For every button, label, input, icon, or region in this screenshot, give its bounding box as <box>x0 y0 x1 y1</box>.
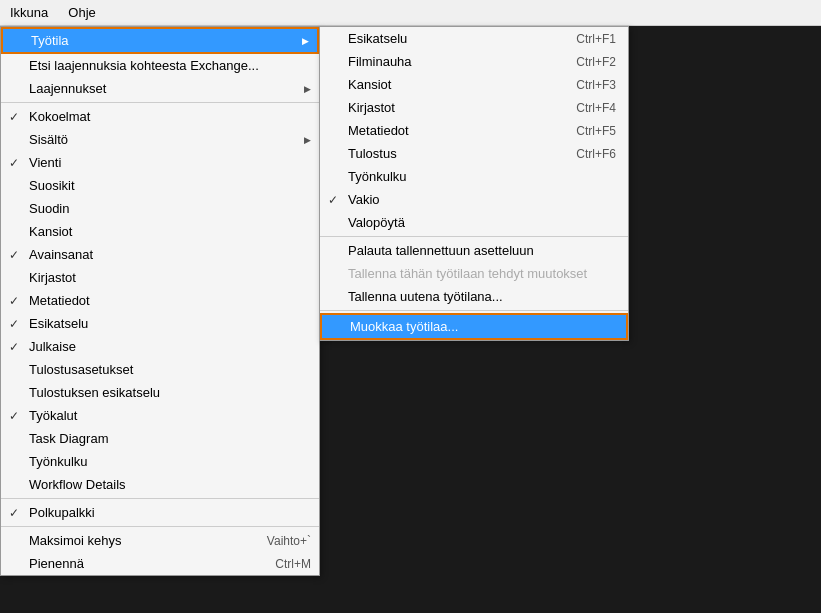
primary-menu-item-11[interactable]: ✓Metatiedot <box>1 289 319 312</box>
primary-menu-item-5[interactable]: ✓Vienti <box>1 151 319 174</box>
secondary-menu-item-3[interactable]: KirjastotCtrl+F4 <box>320 96 628 119</box>
menu-item-label: Pienennä <box>29 556 255 571</box>
menu-item-label: Esikatselu <box>29 316 311 331</box>
primary-menu-item-15[interactable]: Tulostuksen esikatselu <box>1 381 319 404</box>
secondary-menu-item-7[interactable]: ✓Vakio <box>320 188 628 211</box>
secondary-menu-item-label: Tallenna tähän työtilaan tehdyt muutokse… <box>348 266 616 281</box>
secondary-menu-item-label: Tallenna uutena työtilana... <box>348 289 616 304</box>
menu-item-shortcut: Vaihto+` <box>267 534 311 548</box>
secondary-menu-item-label: Muokkaa työtilaa... <box>350 319 614 334</box>
primary-menu-item-18[interactable]: Työnkulku <box>1 450 319 473</box>
secondary-menu-item-label: Esikatselu <box>348 31 556 46</box>
primary-menu-item-6[interactable]: Suosikit <box>1 174 319 197</box>
menu-item-label: Polkupalkki <box>29 505 311 520</box>
primary-menu-item-12[interactable]: ✓Esikatselu <box>1 312 319 335</box>
menu-item-label: Kokoelmat <box>29 109 311 124</box>
menu-item-label: Vienti <box>29 155 311 170</box>
secondary-menu-item-shortcut: Ctrl+F2 <box>576 55 616 69</box>
menu-separator <box>1 102 319 103</box>
secondary-menu-item-label: Valopöytä <box>348 215 616 230</box>
menubar-item-ikkuna[interactable]: Ikkuna <box>0 0 58 25</box>
primary-menu-item-17[interactable]: Task Diagram <box>1 427 319 450</box>
menu-item-label: Laajennukset <box>29 81 311 96</box>
secondary-menu-item-shortcut: Ctrl+F1 <box>576 32 616 46</box>
secondary-menu-item-label: Vakio <box>348 192 616 207</box>
primary-menu-item-20[interactable]: ✓Polkupalkki <box>1 501 319 524</box>
secondary-menu-item-shortcut: Ctrl+F3 <box>576 78 616 92</box>
primary-menu-item-16[interactable]: ✓Työkalut <box>1 404 319 427</box>
menu-separator <box>1 498 319 499</box>
menu-item-label: Metatiedot <box>29 293 311 308</box>
menu-item-label: Työtila <box>31 33 309 48</box>
secondary-menu-item-label: Tulostus <box>348 146 556 161</box>
secondary-menu-item-12[interactable]: Muokkaa työtilaa... <box>320 313 628 340</box>
menu-item-label: Task Diagram <box>29 431 311 446</box>
primary-menu-item-3[interactable]: ✓Kokoelmat <box>1 105 319 128</box>
menu-item-label: Työnkulku <box>29 454 311 469</box>
menu-item-label: Julkaise <box>29 339 311 354</box>
secondary-menu-separator <box>320 236 628 237</box>
primary-menu-item-0[interactable]: Työtila <box>1 27 319 54</box>
menu-separator <box>1 526 319 527</box>
secondary-menu-separator <box>320 310 628 311</box>
primary-menu-item-8[interactable]: Kansiot <box>1 220 319 243</box>
menu-item-label: Maksimoi kehys <box>29 533 247 548</box>
menu-item-label: Suosikit <box>29 178 311 193</box>
secondary-menu-item-9[interactable]: Palauta tallennettuun asetteluun <box>320 239 628 262</box>
secondary-menu-item-label: Metatiedot <box>348 123 556 138</box>
menubar-item-ohje[interactable]: Ohje <box>58 0 105 25</box>
secondary-menu-item-label: Työnkulku <box>348 169 616 184</box>
secondary-dropdown: EsikatseluCtrl+F1FilminauhaCtrl+F2Kansio… <box>319 26 629 341</box>
secondary-menu-item-label: Palauta tallennettuun asetteluun <box>348 243 616 258</box>
menu-item-label: Suodin <box>29 201 311 216</box>
menu-item-label: Sisältö <box>29 132 311 147</box>
primary-menu-item-19[interactable]: Workflow Details <box>1 473 319 496</box>
primary-dropdown: TyötilaEtsi laajennuksia kohteesta Excha… <box>0 26 320 576</box>
primary-menu-item-22[interactable]: PienennäCtrl+M <box>1 552 319 575</box>
primary-menu-item-21[interactable]: Maksimoi kehysVaihto+` <box>1 529 319 552</box>
primary-menu-item-7[interactable]: Suodin <box>1 197 319 220</box>
secondary-menu-item-10: Tallenna tähän työtilaan tehdyt muutokse… <box>320 262 628 285</box>
secondary-menu-item-6[interactable]: Työnkulku <box>320 165 628 188</box>
menu-item-label: Kansiot <box>29 224 311 239</box>
menu-item-label: Avainsanat <box>29 247 311 262</box>
secondary-menu-item-label: Kirjastot <box>348 100 556 115</box>
secondary-menu-item-0[interactable]: EsikatseluCtrl+F1 <box>320 27 628 50</box>
menu-item-label: Workflow Details <box>29 477 311 492</box>
menu-item-label: Kirjastot <box>29 270 311 285</box>
menu-item-label: Työkalut <box>29 408 311 423</box>
secondary-menu-item-shortcut: Ctrl+F6 <box>576 147 616 161</box>
primary-menu-item-2[interactable]: Laajennukset <box>1 77 319 100</box>
secondary-menu-item-8[interactable]: Valopöytä <box>320 211 628 234</box>
primary-menu-item-9[interactable]: ✓Avainsanat <box>1 243 319 266</box>
primary-menu-item-4[interactable]: Sisältö <box>1 128 319 151</box>
secondary-menu-item-label: Kansiot <box>348 77 556 92</box>
primary-menu-item-10[interactable]: Kirjastot <box>1 266 319 289</box>
secondary-menu-item-1[interactable]: FilminauhaCtrl+F2 <box>320 50 628 73</box>
secondary-menu-item-4[interactable]: MetatiedotCtrl+F5 <box>320 119 628 142</box>
menu-item-label: Etsi laajennuksia kohteesta Exchange... <box>29 58 311 73</box>
menu-item-label: Tulostuksen esikatselu <box>29 385 311 400</box>
primary-menu-item-13[interactable]: ✓Julkaise <box>1 335 319 358</box>
menu-item-shortcut: Ctrl+M <box>275 557 311 571</box>
check-mark: ✓ <box>328 193 338 207</box>
secondary-menu-item-shortcut: Ctrl+F4 <box>576 101 616 115</box>
secondary-menu-item-2[interactable]: KansiotCtrl+F3 <box>320 73 628 96</box>
secondary-menu-item-shortcut: Ctrl+F5 <box>576 124 616 138</box>
secondary-menu-item-5[interactable]: TulostusCtrl+F6 <box>320 142 628 165</box>
secondary-menu-item-label: Filminauha <box>348 54 556 69</box>
menubar: Ikkuna Ohje <box>0 0 821 26</box>
secondary-menu-item-11[interactable]: Tallenna uutena työtilana... <box>320 285 628 308</box>
primary-menu-item-14[interactable]: Tulostusasetukset <box>1 358 319 381</box>
primary-menu-item-1[interactable]: Etsi laajennuksia kohteesta Exchange... <box>1 54 319 77</box>
menu-item-label: Tulostusasetukset <box>29 362 311 377</box>
